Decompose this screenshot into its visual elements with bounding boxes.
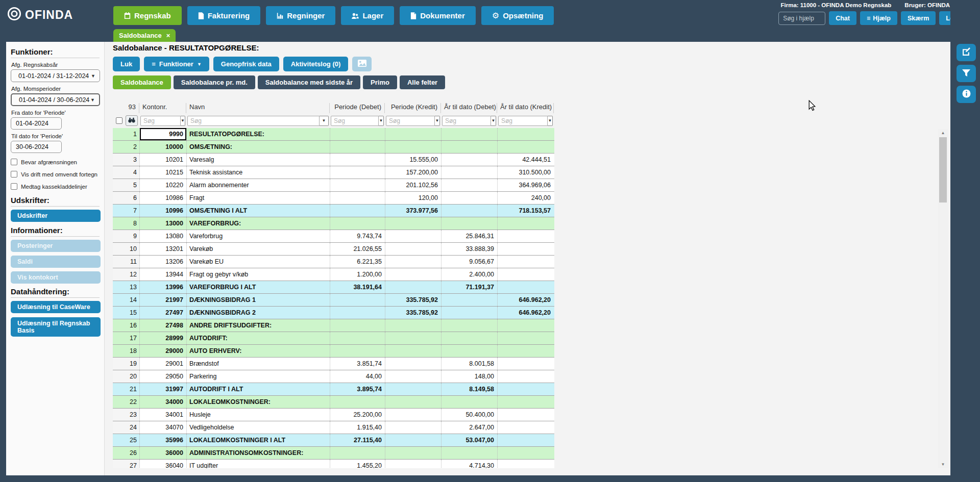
cell-aar-til-dato-kredit[interactable] <box>497 370 554 383</box>
cell-periode-debet[interactable]: 1.455,20 <box>330 460 385 468</box>
cell-periode-debet[interactable]: 1.915,40 <box>330 421 385 434</box>
cell-aar-til-dato-debet[interactable]: 8.149,58 <box>441 383 497 395</box>
cell-periode-debet[interactable] <box>330 141 385 153</box>
cell-navn[interactable]: AUTODRIFT I ALT <box>186 383 330 395</box>
cell-aar-til-dato-kredit[interactable] <box>497 434 554 446</box>
cell-aar-til-dato-debet[interactable] <box>441 332 497 344</box>
cell-periode-kredit[interactable] <box>385 434 441 446</box>
cell-periode-kredit[interactable] <box>385 358 441 370</box>
nav-tab-regnskab[interactable]: Regnskab <box>113 6 182 25</box>
table-row[interactable]: 21 31997 AUTODRIFT I ALT 3.895,74 8.149,… <box>113 383 554 396</box>
cell-periode-debet[interactable] <box>330 205 385 217</box>
cell-navn[interactable]: LOKALEOMKOSTNINGER: <box>186 396 330 408</box>
regnskabsaar-select[interactable]: 01-01-2024 / 31-12-2024 ▼ <box>11 69 100 82</box>
cell-aar-til-dato-debet[interactable]: 2.647,00 <box>441 421 497 434</box>
cell-kontonr[interactable]: 34001 <box>139 409 186 421</box>
cell-aar-til-dato-kredit[interactable]: 240,00 <box>497 192 554 204</box>
cell-periode-debet[interactable]: 44,00 <box>330 370 385 383</box>
cell-periode-kredit[interactable] <box>385 281 441 293</box>
table-row[interactable]: 7 10996 OMSÆTNING I ALT 373.977,56 718.1… <box>113 205 554 217</box>
cell-navn[interactable]: VAREFORBRUG: <box>186 217 330 230</box>
cell-aar-til-dato-debet[interactable] <box>441 217 497 230</box>
table-row[interactable]: 13 13996 VAREFORBRUG I ALT 38.191,64 71.… <box>113 281 554 294</box>
column-header-0[interactable]: Kontonr. <box>139 103 186 113</box>
cell-kontonr[interactable]: 13206 <box>139 256 186 268</box>
cell-aar-til-dato-kredit[interactable] <box>497 243 554 255</box>
cell-kontonr[interactable]: 10215 <box>139 166 186 179</box>
filter-dropdown-button[interactable]: ▼ <box>491 116 496 126</box>
cell-aar-til-dato-kredit[interactable] <box>497 421 554 434</box>
table-row[interactable]: 11 13206 Varekøb EU 6.221,35 9.056,67 <box>113 256 554 268</box>
cell-aar-til-dato-kredit[interactable] <box>497 128 554 140</box>
cell-periode-kredit[interactable] <box>385 460 441 468</box>
table-row[interactable]: 19 29001 Brændstof 3.851,74 8.001,58 <box>113 358 554 370</box>
table-row[interactable]: 1 9990 RESULTATOPGØRELSE: <box>113 128 554 141</box>
cell-aar-til-dato-kredit[interactable] <box>497 268 554 281</box>
view-tab-saldobalance[interactable]: Saldobalance <box>113 75 171 89</box>
cell-periode-kredit[interactable]: 15.555,00 <box>385 154 441 166</box>
cell-kontonr[interactable]: 27497 <box>139 307 186 319</box>
cell-periode-debet[interactable]: 9.743,74 <box>330 230 385 242</box>
cell-aar-til-dato-kredit[interactable]: 646.962,20 <box>497 294 554 306</box>
cell-kontonr[interactable]: 10000 <box>139 141 186 153</box>
table-row[interactable]: 18 29000 AUTO ERHVERV: <box>113 345 554 358</box>
cell-periode-kredit[interactable] <box>385 141 441 153</box>
cell-kontonr[interactable]: 10996 <box>139 205 186 217</box>
cell-periode-debet[interactable]: 38.191,64 <box>330 281 385 293</box>
cell-navn[interactable]: Parkering <box>186 370 330 383</box>
cell-kontonr[interactable]: 35996 <box>139 434 186 446</box>
cell-kontonr[interactable]: 34000 <box>139 396 186 408</box>
table-row[interactable]: 23 34001 Husleje 25.200,00 50.400,00 <box>113 409 554 421</box>
cell-periode-debet[interactable] <box>330 192 385 204</box>
cell-kontonr[interactable]: 13201 <box>139 243 186 255</box>
cell-kontonr[interactable]: 10986 <box>139 192 186 204</box>
cell-kontonr[interactable]: 28999 <box>139 332 186 344</box>
cell-aar-til-dato-kredit[interactable] <box>497 319 554 332</box>
table-row[interactable]: 22 34000 LOKALEOMKOSTNINGER: <box>113 396 554 409</box>
table-row[interactable]: 17 28999 AUTODRIFT: <box>113 332 554 345</box>
cell-navn[interactable]: LOKALEOMKOSTNINGER I ALT <box>186 434 330 446</box>
cell-aar-til-dato-debet[interactable]: 71.191,37 <box>441 281 497 293</box>
cell-kontonr[interactable]: 13944 <box>139 268 186 281</box>
cell-aar-til-dato-kredit[interactable] <box>497 256 554 268</box>
view-tab-primo[interactable]: Primo <box>363 75 397 89</box>
cell-navn[interactable]: Husleje <box>186 409 330 421</box>
scroll-down-arrow[interactable]: ▼ <box>938 461 948 468</box>
cell-navn[interactable]: Alarm abonnementer <box>186 179 330 191</box>
cell-navn[interactable]: VAREFORBRUG I ALT <box>186 281 330 293</box>
cell-periode-debet[interactable]: 3.895,74 <box>330 383 385 395</box>
cell-kontonr[interactable]: 29000 <box>139 345 186 357</box>
cell-periode-kredit[interactable] <box>385 332 441 344</box>
cell-navn[interactable]: Vareforbrug <box>186 230 330 242</box>
scrollbar-thumb[interactable] <box>939 137 947 202</box>
cell-periode-kredit[interactable] <box>385 243 441 255</box>
cell-periode-kredit[interactable] <box>385 421 441 434</box>
column-header-5[interactable]: År til dato (Kredit) <box>497 103 554 113</box>
cell-navn[interactable]: DÆKNINGSBIDRAG 1 <box>186 294 330 306</box>
table-row[interactable]: 14 21997 DÆKNINGSBIDRAG 1 335.785,92 646… <box>113 294 554 307</box>
cell-kontonr[interactable]: 13080 <box>139 230 186 242</box>
cell-periode-debet[interactable] <box>330 154 385 166</box>
cell-periode-debet[interactable]: 6.221,35 <box>330 256 385 268</box>
nav-tab-regninger[interactable]: Regninger <box>266 6 335 25</box>
search-button[interactable] <box>126 115 138 126</box>
chat-button[interactable]: Chat <box>829 11 856 25</box>
cell-kontonr[interactable]: 9990 <box>139 128 186 140</box>
cell-kontonr[interactable]: 10220 <box>139 179 186 191</box>
cell-aar-til-dato-debet[interactable]: 53.047,00 <box>441 434 497 446</box>
cell-aar-til-dato-kredit[interactable] <box>497 383 554 395</box>
cell-navn[interactable]: OMSÆTNING: <box>186 141 330 153</box>
cell-aar-til-dato-debet[interactable] <box>441 128 497 140</box>
nav-tab-opsætning[interactable]: ⚙ Opsætning <box>481 6 554 25</box>
cell-aar-til-dato-kredit[interactable]: 42.444,51 <box>497 154 554 166</box>
cell-aar-til-dato-kredit[interactable]: 364.969,06 <box>497 179 554 191</box>
cell-kontonr[interactable]: 31997 <box>139 383 186 395</box>
filter-dropdown-button[interactable]: ▼ <box>320 116 329 126</box>
table-row[interactable]: 8 13000 VAREFORBRUG: <box>113 217 554 230</box>
table-row[interactable]: 4 10215 Teknisk assistance 157.200,00 31… <box>113 166 554 179</box>
cell-aar-til-dato-debet[interactable] <box>441 307 497 319</box>
window-tab-saldobalance[interactable]: Saldobalance × <box>113 29 176 42</box>
cell-aar-til-dato-debet[interactable]: 8.001,58 <box>441 358 497 370</box>
table-row[interactable]: 26 36000 ADMINISTRATIONSOMKOSTNINGER: <box>113 447 554 460</box>
cell-periode-kredit[interactable]: 157.200,00 <box>385 166 441 179</box>
